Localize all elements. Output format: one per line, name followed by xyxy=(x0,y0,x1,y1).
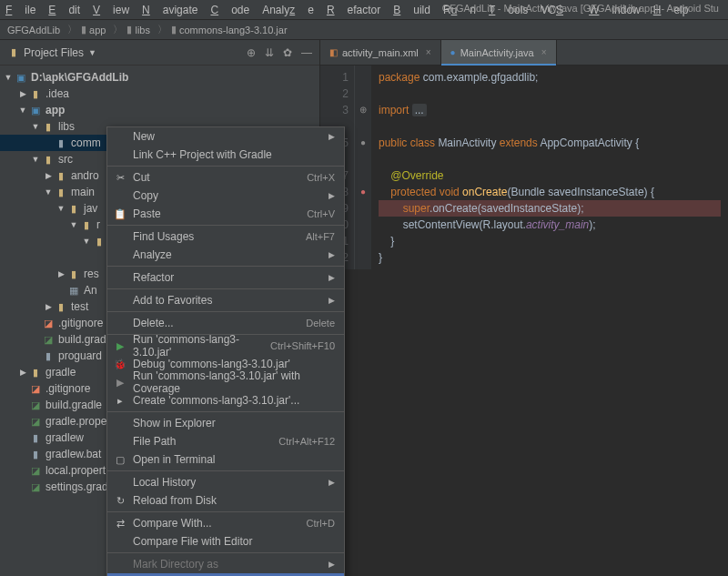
breadcrumb: GFGAddLib 〉 ▮ app 〉 ▮ libs 〉 ▮ commons-l… xyxy=(0,20,728,40)
ctx-show-explorer[interactable]: Show in Explorer xyxy=(107,414,344,432)
tree-app[interactable]: ▼▣app xyxy=(0,102,319,118)
xml-icon: ◧ xyxy=(329,47,338,57)
tree-root[interactable]: ▼▣D:\apk\GFGAddLib xyxy=(0,69,319,86)
ctx-find-usages[interactable]: Find UsagesAlt+F7 xyxy=(107,227,344,246)
module-icon: ▣ xyxy=(29,105,42,116)
tree-idea[interactable]: ▶▮.idea xyxy=(0,86,319,102)
ctx-coverage[interactable]: ▶Run 'commons-lang3-3.10.jar' with Cover… xyxy=(107,373,344,391)
source-code[interactable]: package com.example.gfgaddlib; import ..… xyxy=(371,66,728,269)
folder-icon: ▮ xyxy=(93,236,106,248)
menu-separator xyxy=(107,225,344,226)
ctx-local-history[interactable]: Local History▶ xyxy=(107,473,344,491)
folder-icon: ▮ xyxy=(67,268,80,280)
create-icon: ▸ xyxy=(113,395,127,407)
chevron-right-icon: ▶ xyxy=(329,250,335,259)
hide-icon[interactable]: — xyxy=(301,46,312,59)
file-icon: ▮ xyxy=(29,449,42,460)
gradle-icon: ◪ xyxy=(29,481,42,493)
folder-icon: ▮ xyxy=(55,301,67,313)
ctx-analyze[interactable]: Analyze▶ xyxy=(107,246,344,264)
folder-icon: ▮ xyxy=(42,121,55,133)
folder-icon: ▮ xyxy=(7,46,20,58)
ctx-new[interactable]: New▶ xyxy=(107,127,344,146)
scroll-from-source-icon[interactable]: ⊕ xyxy=(247,46,256,59)
close-icon[interactable]: × xyxy=(426,47,431,57)
ctx-link-cpp[interactable]: Link C++ Project with Gradle xyxy=(107,146,344,164)
ctx-create-config[interactable]: ▸Create 'commons-lang3-3.10.jar'... xyxy=(107,391,344,409)
cut-icon: ✂ xyxy=(113,172,127,184)
ctx-run[interactable]: ▶Run 'commons-lang3-3.10.jar'Ctrl+Shift+… xyxy=(107,337,344,355)
chevron-right-icon: ▶ xyxy=(329,560,335,569)
gutter-icons: ⊕●● xyxy=(355,66,371,269)
chevron-right-icon: ▶ xyxy=(329,478,335,487)
prop-icon: ◪ xyxy=(29,416,42,428)
gradle-icon: ◪ xyxy=(29,399,42,411)
menu-separator xyxy=(107,266,344,267)
module-icon: ▣ xyxy=(15,72,27,84)
menu-file[interactable]: File xyxy=(5,4,35,16)
chevron-right-icon: ▶ xyxy=(329,132,335,141)
window-title: GFGAddLib - MainActivity.java [GFGAddLib… xyxy=(442,3,719,14)
ctx-file-path[interactable]: File PathCtrl+Alt+F12 xyxy=(107,432,344,450)
chevron-right-icon: ▶ xyxy=(329,273,335,282)
ctx-copy[interactable]: Copy▶ xyxy=(107,187,344,205)
breadcrumb-jar[interactable]: commons-lang3-3.10.jar xyxy=(179,25,288,35)
ctx-reload-disk[interactable]: ↻Reload from Disk xyxy=(107,491,344,510)
ctx-add-favorites[interactable]: Add to Favorites▶ xyxy=(107,291,344,309)
ctx-paste[interactable]: 📋PasteCtrl+V xyxy=(107,205,344,223)
menu-analyze[interactable]: Analyze xyxy=(262,4,314,16)
folder-icon: ▮ xyxy=(67,203,80,215)
menu-view[interactable]: View xyxy=(93,4,129,16)
tab-main-activity[interactable]: ● MainActivity.java × xyxy=(441,40,557,65)
menu-separator xyxy=(107,166,344,167)
breadcrumb-app[interactable]: app xyxy=(89,25,106,35)
close-icon[interactable]: × xyxy=(541,47,547,57)
terminal-icon: ▢ xyxy=(113,454,127,466)
menu-edit[interactable]: Edit xyxy=(48,4,80,16)
editor-tabs: ◧ activity_main.xml × ● MainActivity.jav… xyxy=(320,40,728,66)
gradle-icon: ◪ xyxy=(42,334,55,346)
menu-separator xyxy=(107,470,344,471)
folder-icon: ▮ xyxy=(29,88,42,100)
folder-icon: ▮ xyxy=(42,154,55,166)
folder-icon: ▮ xyxy=(29,367,42,379)
folder-icon: ▮ xyxy=(126,24,132,35)
ctx-mark-directory: Mark Directory as▶ xyxy=(107,555,344,573)
chevron-right-icon: 〉 xyxy=(67,23,77,36)
file-icon: ▮ xyxy=(42,350,55,362)
ctx-refactor[interactable]: Refactor▶ xyxy=(107,268,344,287)
menu-separator xyxy=(107,411,344,412)
chevron-right-icon: 〉 xyxy=(113,23,123,36)
menu-separator xyxy=(107,552,344,553)
menu-build[interactable]: Build xyxy=(393,4,430,16)
collapse-all-icon[interactable]: ⇊ xyxy=(265,46,274,59)
ctx-cut[interactable]: ✂CutCtrl+X xyxy=(107,168,344,187)
run-icon: ▶ xyxy=(113,340,127,352)
paste-icon: 📋 xyxy=(113,208,127,220)
tab-activity-main[interactable]: ◧ activity_main.xml × xyxy=(320,40,441,65)
reload-icon: ↻ xyxy=(113,495,127,507)
java-icon: ● xyxy=(450,47,456,57)
folder-icon: ▮ xyxy=(55,170,67,182)
menu-code[interactable]: Code xyxy=(210,4,249,16)
gitignore-icon: ◪ xyxy=(29,383,42,395)
breadcrumb-root[interactable]: GFGAddLib xyxy=(7,25,60,35)
ctx-compare-editor[interactable]: Compare File with Editor xyxy=(107,532,344,551)
folder-icon: ▮ xyxy=(80,219,93,231)
jar-icon: ▮ xyxy=(171,24,177,35)
chevron-right-icon: ▶ xyxy=(329,191,335,200)
gear-icon[interactable]: ✿ xyxy=(283,46,292,59)
project-panel-title[interactable]: ▮ Project Files ▼ xyxy=(7,46,96,59)
ctx-compare-with[interactable]: ⇄Compare With...Ctrl+D xyxy=(107,514,344,532)
xml-icon: ▦ xyxy=(67,285,80,297)
breadcrumb-libs[interactable]: libs xyxy=(135,25,150,35)
jar-icon: ▮ xyxy=(55,137,67,149)
menu-refactor[interactable]: Refactor xyxy=(327,4,380,16)
context-menu: New▶ Link C++ Project with Gradle ✂CutCt… xyxy=(106,126,345,576)
chevron-right-icon: ▶ xyxy=(329,296,335,305)
ctx-delete[interactable]: Delete...Delete xyxy=(107,314,344,332)
ctx-open-terminal[interactable]: ▢Open in Terminal xyxy=(107,450,344,469)
file-icon: ▮ xyxy=(29,432,42,444)
chevron-down-icon: ▼ xyxy=(88,48,96,57)
menu-navigate[interactable]: Navigate xyxy=(142,4,197,16)
